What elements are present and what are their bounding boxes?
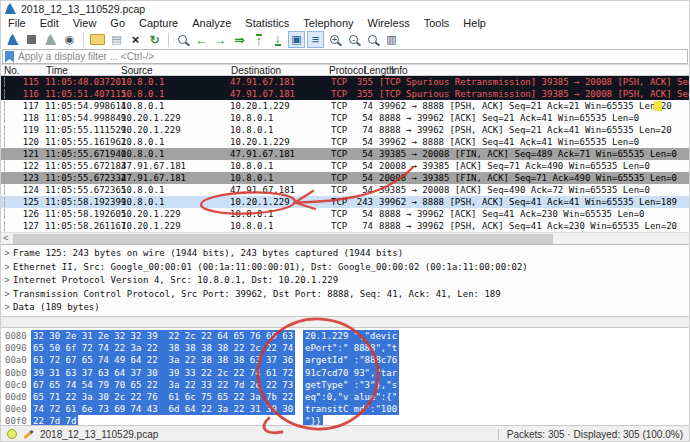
open-file-icon[interactable] <box>89 31 106 48</box>
packet-row[interactable]: 126 11:05:58.192605 10.20.1.229 10.8.0.1… <box>1 208 689 220</box>
hex-row[interactable]: 00d0 65 71 22 3a 30 2c 22 76 61 6c 75 65… <box>1 391 689 403</box>
packet-row[interactable]: 119 11:05:55.111529 10.20.1.229 10.8.0.1… <box>1 124 689 136</box>
menu-item[interactable]: Help <box>456 16 493 30</box>
start-capture-icon[interactable] <box>4 31 21 48</box>
hex-bytes[interactable]: 61 72 67 65 74 49 64 22 3a 22 38 38 38 6… <box>31 354 295 366</box>
menu-item[interactable]: View <box>66 16 104 30</box>
hex-bytes[interactable]: 32 30 2e 31 2e 32 32 39 22 2c 22 64 65 7… <box>31 330 295 342</box>
toolbar-separator <box>83 33 84 47</box>
expert-info-icon[interactable] <box>7 429 17 439</box>
title-bar: 2018_12_13_110529.pcap <box>1 1 689 16</box>
hex-offset: 00e0 <box>5 403 27 415</box>
hex-ascii[interactable]: transitC md":"100 <box>303 403 399 415</box>
hex-ascii[interactable]: 20.1.229 ","devic <box>303 330 399 342</box>
expand-caret-icon[interactable] <box>1 247 13 261</box>
stop-capture-icon[interactable] <box>23 31 40 48</box>
display-filter-input[interactable] <box>18 50 687 63</box>
menu-item[interactable]: Tools <box>417 16 457 30</box>
detail-line[interactable]: Frame 125: 243 bytes on wire (1944 bits)… <box>1 247 689 261</box>
hex-bytes[interactable]: 39 31 63 37 63 64 37 30 39 33 22 2c 22 7… <box>31 367 295 379</box>
menu-item[interactable]: Wireless <box>361 16 417 30</box>
zoom-out-icon[interactable] <box>345 31 362 48</box>
menu-item[interactable]: Statistics <box>238 16 296 30</box>
packet-row[interactable]: 124 11:05:55.672365 10.8.0.1 47.91.67.18… <box>1 184 689 196</box>
packet-row[interactable]: 118 11:05:54.998849 10.20.1.229 10.8.0.1… <box>1 112 689 124</box>
scroll-left-icon[interactable]: < <box>1 233 11 245</box>
hex-row[interactable]: 00b0 39 31 63 37 63 64 37 30 39 33 22 2c… <box>1 367 689 379</box>
hex-ascii[interactable]: eq":0,"v alue":{" <box>303 391 399 403</box>
cell-time: 11:05:55.671940 <box>45 148 126 160</box>
go-to-packet-icon[interactable] <box>231 31 248 48</box>
hex-row[interactable]: 0090 65 50 6f 72 74 22 3a 22 38 38 38 38… <box>1 342 689 354</box>
detail-line[interactable]: Data (189 bytes) <box>1 301 689 315</box>
cell-destination: 47.91.67.181 <box>230 88 295 100</box>
hex-bytes[interactable]: 65 71 22 3a 30 2c 22 76 61 6c 75 65 22 3… <box>31 391 295 403</box>
cell-no: 115 <box>1 76 39 88</box>
cell-no: 125 <box>1 196 39 208</box>
expand-caret-icon[interactable] <box>1 288 13 302</box>
detail-line[interactable]: Ethernet II, Src: Google_00:00:01 (00:1a… <box>1 261 689 275</box>
save-file-icon[interactable] <box>108 31 125 48</box>
packet-row[interactable]: 116 11:05:51.407115 10.8.0.1 47.91.67.18… <box>1 88 689 100</box>
packet-row[interactable]: 120 11:05:55.161962 10.8.0.1 10.20.1.229… <box>1 136 689 148</box>
go-to-bottom-icon[interactable] <box>269 31 286 48</box>
restart-capture-icon[interactable] <box>42 31 59 48</box>
zoom-normal-icon[interactable] <box>364 31 381 48</box>
find-packet-icon[interactable] <box>174 31 191 48</box>
hex-ascii[interactable]: ePort":" 8888","t <box>303 342 399 354</box>
menu-item[interactable]: Go <box>103 16 132 30</box>
packet-row[interactable]: 123 11:05:55.672332 47.91.67.181 10.8.0.… <box>1 172 689 184</box>
detail-line[interactable]: Internet Protocol Version 4, Src: 10.8.0… <box>1 274 689 288</box>
packet-row[interactable]: 121 11:05:55.671940 10.8.0.1 47.91.67.18… <box>1 148 689 160</box>
hex-ascii[interactable]: getType" :"3"},"s <box>303 379 399 391</box>
pane-splitter[interactable] <box>1 316 689 328</box>
menu-item[interactable]: Edit <box>33 16 66 30</box>
expand-caret-icon[interactable] <box>1 301 13 315</box>
cell-source: 47.91.67.181 <box>121 160 186 172</box>
hex-bytes[interactable]: 65 50 6f 72 74 22 3a 22 38 38 38 38 22 2… <box>31 342 295 354</box>
go-back-icon[interactable] <box>193 31 210 48</box>
hex-bytes[interactable]: 67 65 74 54 79 70 65 22 3a 22 33 22 7d 2… <box>31 379 295 391</box>
packet-row[interactable]: 117 11:05:54.998614 10.8.0.1 10.20.1.229… <box>1 100 689 112</box>
capture-options-icon[interactable] <box>61 31 78 48</box>
menu-item[interactable]: File <box>1 16 33 30</box>
hex-bytes[interactable]: 74 72 61 6e 73 69 74 43 6d 64 22 3a 22 3… <box>31 403 295 415</box>
cell-source: 10.20.1.229 <box>121 208 181 220</box>
detail-line[interactable]: Transmission Control Protocol, Src Port:… <box>1 288 689 302</box>
packet-row[interactable]: 122 11:05:55.672183 47.91.67.181 10.8.0.… <box>1 160 689 172</box>
packet-row[interactable]: 125 11:05:58.192399 10.8.0.1 10.20.1.229… <box>1 196 689 208</box>
resize-columns-icon[interactable] <box>383 31 400 48</box>
expand-caret-icon[interactable] <box>1 274 13 288</box>
hex-ascii[interactable]: argetId" :"888c76 <box>303 354 399 366</box>
cell-destination: 10.20.1.229 <box>230 100 290 112</box>
cell-destination: 47.91.67.181 <box>230 184 295 196</box>
hex-row[interactable]: 00a0 61 72 67 65 74 49 64 22 3a 22 38 38… <box>1 354 689 366</box>
menu-item[interactable]: Analyze <box>185 16 238 30</box>
wireshark-fin-icon <box>4 3 16 14</box>
window-title: 2018_12_13_110529.pcap <box>21 3 145 15</box>
go-to-top-icon[interactable] <box>250 31 267 48</box>
cell-source: 10.8.0.1 <box>121 76 164 88</box>
colorize-packets-icon[interactable] <box>307 31 324 48</box>
hex-ascii[interactable]: 91c7cd70 93","tar <box>303 367 399 379</box>
auto-scroll-icon[interactable] <box>288 31 305 48</box>
hex-row[interactable]: 00e0 74 72 61 6e 73 69 74 43 6d 64 22 3a… <box>1 403 689 415</box>
close-file-icon[interactable] <box>127 31 144 48</box>
menu-item[interactable]: Telephony <box>296 16 360 30</box>
capture-comment-icon[interactable] <box>23 430 33 439</box>
hex-row[interactable]: 0080 32 30 2e 31 2e 32 32 39 22 2c 22 64… <box>1 330 689 342</box>
cell-time: 11:05:55.672183 <box>45 160 126 172</box>
cell-no: 118 <box>1 112 39 124</box>
menu-item[interactable]: Capture <box>132 16 185 30</box>
horizontal-scrollbar[interactable]: < <box>1 232 689 244</box>
hex-row[interactable]: 00c0 67 65 74 54 79 70 65 22 3a 22 33 22… <box>1 379 689 391</box>
zoom-in-icon[interactable] <box>326 31 343 48</box>
scrollbar-thumb[interactable] <box>13 234 553 244</box>
reload-file-icon[interactable] <box>146 31 163 48</box>
filter-bookmark-icon[interactable] <box>5 51 14 63</box>
expand-caret-icon[interactable] <box>1 261 13 275</box>
packet-row[interactable]: 115 11:05:48.037201 10.8.0.1 47.91.67.18… <box>1 76 689 88</box>
packet-row[interactable]: 127 11:05:58.261167 10.20.1.229 10.8.0.1… <box>1 220 689 232</box>
cell-destination: 10.8.0.1 <box>230 208 273 220</box>
go-forward-icon[interactable] <box>212 31 229 48</box>
